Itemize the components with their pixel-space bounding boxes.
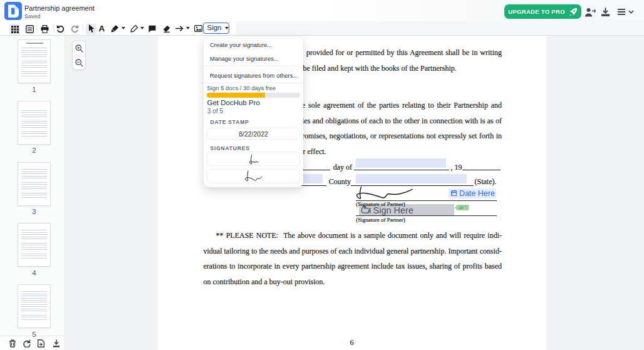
svg-text:*: * <box>465 206 466 210</box>
svg-text:JO: JO <box>459 206 464 210</box>
